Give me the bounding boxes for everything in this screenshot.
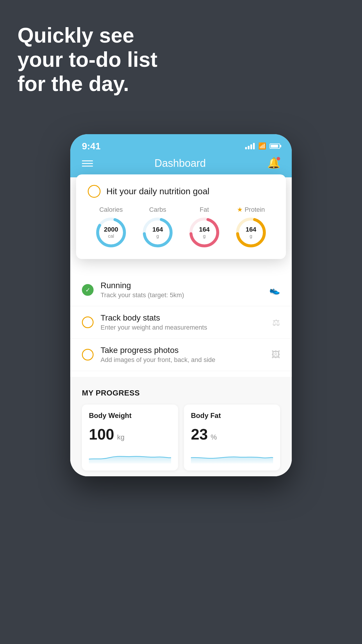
fat-value: 164 g [199,226,210,239]
photos-title: Take progress photos [101,346,271,355]
running-text: Running Track your stats (target: 5km) [101,281,269,299]
nutrition-checkbox[interactable] [88,185,101,198]
nutrition-card-title: Hit your daily nutrition goal [106,186,210,196]
stat-fat: Fat 164 g [188,206,220,249]
photos-icon: 🖼 [271,350,280,360]
todo-photos[interactable]: Take progress photos Add images of your … [70,339,292,371]
stat-carbs: Carbs 164 g [142,206,174,249]
body-fat-chart [191,449,273,463]
stat-protein: ★ Protein 164 g [235,206,267,249]
wifi-icon: 📶 [258,142,266,150]
phone-mockup: 9:41 📶 Dashboard 🔔 THINGS TO DO TODAY [70,134,292,476]
running-title: Running [101,281,269,290]
body-weight-chart [89,449,171,463]
body-fat-value: 23 [191,426,208,443]
progress-section-title: MY PROGRESS [82,388,280,398]
status-time: 9:41 [82,141,101,152]
carbs-label: Carbs [149,206,166,214]
body-stats-title: Track body stats [101,313,272,323]
running-checkbox[interactable]: ✓ [82,284,94,296]
status-bar: 9:41 📶 [70,134,292,154]
nutrition-stats: Calories 2000 cal Carbs [88,206,274,249]
carbs-value: 164 g [152,226,163,239]
body-fat-value-row: 23 % [191,426,273,443]
star-icon: ★ [237,206,243,214]
menu-button[interactable] [82,160,93,167]
body-stats-icon: ⚖ [272,317,280,328]
notification-dot [277,157,280,160]
battery-icon [270,144,280,149]
fat-ring: 164 g [188,216,220,249]
app-title: Dashboard [154,157,206,169]
todo-list: ✓ Running Track your stats (target: 5km)… [70,274,292,371]
photos-checkbox[interactable] [82,349,94,360]
calories-label: Calories [99,206,123,214]
progress-cards: Body Weight 100 kg [82,405,280,470]
todo-running[interactable]: ✓ Running Track your stats (target: 5km)… [70,274,292,306]
fat-label: Fat [200,206,209,214]
photos-text: Take progress photos Add images of your … [101,346,271,364]
nutrition-card-header: Hit your daily nutrition goal [88,185,274,198]
body-weight-value: 100 [89,426,114,443]
body-stats-text: Track body stats Enter your weight and m… [101,313,272,331]
running-subtitle: Track your stats (target: 5km) [101,291,269,299]
body-fat-unit: % [211,433,217,441]
photos-subtitle: Add images of your front, back, and side [101,356,271,364]
nutrition-card: Hit your daily nutrition goal Calories 2… [76,174,286,259]
calories-value: 2000 cal [104,226,118,239]
hero-text: Quickly see your to-do list for the day. [17,23,157,96]
stat-calories: Calories 2000 cal [95,206,127,249]
app-content: THINGS TO DO TODAY Hit your daily nutrit… [70,177,292,476]
carbs-ring: 164 g [142,216,174,249]
body-weight-card[interactable]: Body Weight 100 kg [82,405,178,470]
protein-value: 164 g [246,226,256,239]
running-icon: 👟 [269,285,280,295]
progress-section: MY PROGRESS Body Weight 100 kg [70,377,292,476]
app-header: Dashboard 🔔 [70,154,292,177]
calories-ring: 2000 cal [95,216,127,249]
status-icons: 📶 [245,142,280,150]
body-stats-subtitle: Enter your weight and measurements [101,324,272,331]
body-weight-unit: kg [117,433,124,441]
protein-label: ★ Protein [237,206,265,214]
body-stats-checkbox[interactable] [82,316,94,328]
body-weight-title: Body Weight [89,412,171,420]
body-weight-value-row: 100 kg [89,426,171,443]
notification-button[interactable]: 🔔 [267,157,280,170]
body-fat-title: Body Fat [191,412,273,420]
signal-icon [245,143,255,149]
body-fat-card[interactable]: Body Fat 23 % [184,405,280,470]
todo-body-stats[interactable]: Track body stats Enter your weight and m… [70,306,292,339]
protein-ring: 164 g [235,216,267,249]
